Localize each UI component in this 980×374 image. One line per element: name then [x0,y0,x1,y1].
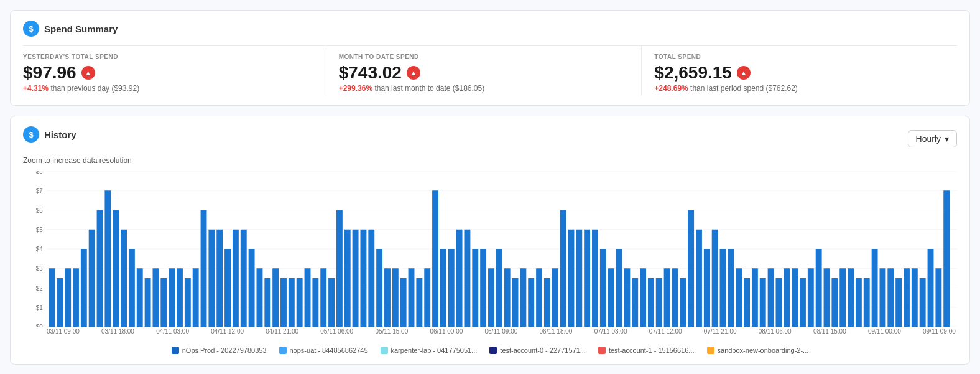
svg-rect-27 [121,230,127,327]
spend-summary-title: $ Spend Summary [23,21,957,37]
svg-rect-37 [201,210,207,327]
svg-rect-40 [224,249,231,327]
legend-item-sandbox: sandbox-new-onboarding-2-... [707,347,809,354]
svg-text:$3: $3 [36,265,43,272]
svg-rect-60 [384,268,391,327]
svg-rect-43 [249,249,255,327]
legend-item-karpenter: karpenter-lab - 041775051... [381,347,478,354]
metric-total-value-row: $2,659.15 ▲ [654,63,945,83]
svg-rect-41 [233,230,239,327]
svg-rect-22 [81,249,87,327]
svg-rect-78 [528,278,534,327]
svg-rect-126 [912,268,918,327]
svg-rect-91 [632,278,638,327]
svg-rect-108 [768,268,774,327]
svg-rect-52 [320,268,326,327]
spend-summary-card: $ Spend Summary YESTERDAY'S TOTAL SPEND … [10,10,970,106]
metric-yesterday-value-row: $97.96 ▲ [23,63,313,83]
svg-rect-121 [872,249,878,327]
spend-summary-icon: $ [23,21,39,37]
svg-text:$2: $2 [36,284,43,291]
svg-rect-104 [736,268,742,327]
svg-rect-20 [65,268,71,327]
legend-item-test-account-1: test-account-1 - 15156616... [598,347,695,354]
svg-rect-93 [648,278,654,327]
up-arrow-yesterday: ▲ [81,66,95,80]
svg-rect-116 [831,278,838,327]
svg-rect-112 [800,278,806,327]
svg-rect-114 [816,249,822,327]
svg-rect-66 [432,190,438,327]
metric-month-change: +299.36% than last month to date ($186.0… [339,84,629,93]
svg-rect-57 [360,230,366,327]
metric-month-label: MONTH TO DATE SPEND [339,54,629,60]
svg-rect-130 [943,190,950,327]
svg-rect-98 [688,210,694,327]
svg-rect-21 [73,268,79,327]
metric-total: TOTAL SPEND $2,659.15 ▲ +248.69% than la… [654,46,957,95]
svg-rect-105 [744,278,750,327]
svg-rect-44 [257,268,263,327]
svg-rect-67 [440,249,446,327]
svg-rect-76 [512,278,519,327]
svg-rect-115 [824,268,830,327]
legend-item-nops-prod: nOps Prod - 202279780353 [172,347,267,354]
metric-total-value: $2,659.15 [654,63,732,83]
svg-rect-28 [129,249,135,327]
svg-rect-51 [312,278,318,327]
svg-rect-73 [488,268,494,327]
svg-rect-125 [904,268,910,327]
svg-rect-100 [704,249,710,327]
svg-rect-82 [560,210,566,327]
svg-rect-48 [289,278,295,327]
svg-rect-63 [409,268,415,327]
svg-rect-56 [353,230,359,327]
history-header: $ History Hourly ▾ [23,126,957,151]
svg-rect-80 [544,278,550,327]
svg-rect-62 [400,278,407,327]
svg-rect-83 [568,230,574,327]
svg-rect-118 [848,268,854,327]
svg-rect-35 [185,278,191,327]
spend-metrics: YESTERDAY'S TOTAL SPEND $97.96 ▲ +4.31% … [23,45,957,95]
legend-item-test-account-0: test-account-0 - 22771571... [489,347,586,354]
hourly-dropdown[interactable]: Hourly ▾ [908,130,957,147]
svg-rect-89 [616,249,622,327]
svg-rect-50 [305,268,311,327]
svg-rect-59 [376,249,382,327]
svg-rect-86 [592,230,598,327]
svg-rect-33 [169,268,175,327]
svg-rect-77 [520,268,526,327]
svg-rect-109 [775,278,782,327]
svg-text:$7: $7 [36,187,43,194]
svg-rect-36 [193,268,199,327]
svg-rect-45 [264,278,270,327]
svg-rect-106 [752,268,758,327]
metric-month-value-row: $743.02 ▲ [339,63,629,83]
legend-item-nops-uat: nops-uat - 844856862745 [279,347,368,354]
svg-rect-47 [280,278,287,327]
svg-rect-119 [856,278,862,327]
metric-yesterday: YESTERDAY'S TOTAL SPEND $97.96 ▲ +4.31% … [23,46,326,95]
svg-rect-25 [104,190,111,327]
svg-rect-92 [640,268,646,327]
svg-rect-113 [808,268,814,327]
svg-rect-101 [712,230,718,327]
svg-text:$8: $8 [36,171,43,175]
svg-rect-70 [464,230,470,327]
svg-rect-85 [584,230,590,327]
chart-area: $8 $7 $6 $5 $4 $3 $2 $1 $0 [23,171,957,339]
metric-total-label: TOTAL SPEND [654,54,945,60]
legend-color-test-account-0 [489,347,497,354]
legend-color-sandbox [707,347,714,354]
svg-rect-97 [680,278,686,327]
svg-rect-107 [760,278,766,327]
svg-text:$4: $4 [36,246,43,253]
svg-rect-95 [664,268,670,327]
svg-rect-128 [928,249,934,327]
svg-rect-23 [89,230,95,327]
metric-month: MONTH TO DATE SPEND $743.02 ▲ +299.36% t… [339,46,642,95]
svg-rect-127 [920,278,926,327]
svg-rect-129 [935,268,941,327]
svg-rect-96 [672,268,678,327]
